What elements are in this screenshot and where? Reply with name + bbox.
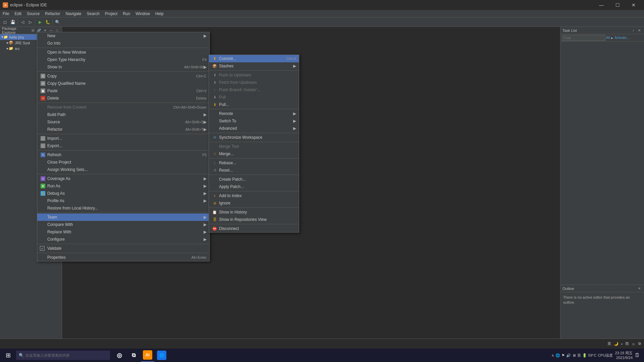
sys-tray-expand[interactable]: ∧ — [551, 353, 554, 358]
menu-run[interactable]: Run — [120, 10, 133, 17]
toolbar-new[interactable]: ◻ — [1, 18, 9, 26]
sys-tray-battery[interactable]: 🔋 — [582, 353, 587, 358]
tree-item-jre-icon: ▸📦 — [7, 41, 13, 45]
close-button[interactable]: ✕ — [626, 0, 641, 10]
toolbar-run[interactable]: ▶ — [36, 18, 44, 26]
menu-source[interactable]: Source — [24, 10, 42, 17]
team-merge[interactable]: ⑂ Merge... — [209, 150, 299, 158]
taskbar-task-view[interactable]: ⧉ — [127, 349, 140, 362]
ctx-properties[interactable]: Properties Alt+Enter — [37, 254, 209, 261]
menu-refactor[interactable]: Refactor — [42, 10, 63, 17]
ctx-copy-qualified-name-icon: ⎘ — [40, 80, 46, 86]
tree-item-hello-label: hello [my — [9, 35, 24, 39]
start-button[interactable]: ⊞ — [1, 349, 15, 362]
team-pull-dots[interactable]: ⬇ Pull... — [209, 101, 299, 108]
sys-tray-keyboard[interactable]: 英 — [577, 353, 581, 358]
menu-navigate[interactable]: Navigate — [63, 10, 84, 17]
ctx-paste-label: Paste — [47, 88, 196, 93]
status-gear-icon[interactable]: ⚙ — [638, 342, 641, 346]
sys-tray-display[interactable]: 🖥 — [572, 353, 576, 357]
collapse-all-icon[interactable]: ⊟ — [30, 28, 36, 33]
team-show-in-history[interactable]: 📋 Show in History — [209, 208, 299, 216]
ctx-replace-with[interactable]: Replace With ▶ — [37, 228, 209, 236]
clock[interactable]: 23:19 周五 2021/9/24 — [615, 351, 633, 360]
toolbar-search[interactable]: 🔍 — [54, 18, 61, 26]
ctx-delete[interactable]: ✕ Delete Delete — [37, 95, 209, 102]
minimize-button[interactable]: — — [594, 0, 609, 10]
sys-tray-icon-1[interactable]: ⚑ — [561, 353, 565, 358]
menu-search[interactable]: Search — [84, 10, 102, 17]
ctx-paste-shortcut: Ctrl+V — [196, 89, 207, 93]
toolbar-debug[interactable]: 🐛 — [44, 18, 51, 26]
ctx-copy[interactable]: ⎘ Copy Ctrl+C — [37, 72, 209, 80]
team-disconnect[interactable]: ⛔ Disconnect — [209, 225, 299, 232]
toolbar-back[interactable]: ◁ — [19, 18, 26, 26]
ctx-team[interactable]: Team ▶ — [37, 214, 209, 221]
task-separator: ▸ — [611, 36, 613, 40]
taskbar-cortana[interactable]: ◎ — [113, 349, 126, 362]
ctx-open-type-hierarchy[interactable]: Open Type Hierarchy F4 — [37, 56, 209, 63]
team-rebase[interactable]: ↕ Rebase... — [209, 159, 299, 167]
ctx-restore-from-local-history[interactable]: Restore from Local History... — [37, 204, 209, 212]
ctx-open-new-window[interactable]: Open in New Window — [37, 49, 209, 56]
ctx-build-path[interactable]: Build Path ▶ — [37, 111, 209, 118]
menu-edit[interactable]: Edit — [12, 10, 24, 17]
ctx-assign-working-sets[interactable]: Assign Working Sets... — [37, 166, 209, 173]
sys-tray-network[interactable]: 🌐 — [555, 353, 560, 358]
ctx-copy-qualified-name[interactable]: ⎘ Copy Qualified Name — [37, 80, 209, 87]
team-commit[interactable]: ⬆ Commit... Ctrl+# — [209, 55, 299, 62]
team-synchronize-workspace[interactable]: ⟳ Synchronize Workspace — [209, 134, 299, 141]
outline-close[interactable]: ✕ — [637, 286, 642, 291]
ctx-run-as[interactable]: ▶ Run As ▶ — [37, 182, 209, 190]
team-create-patch[interactable]: Create Patch... — [209, 176, 299, 183]
team-show-in-repositories-view[interactable]: 🗄 Show in Repositories View — [209, 216, 299, 223]
ctx-configure[interactable]: Configure ▶ — [37, 236, 209, 243]
task-activate-link[interactable]: Activate... — [614, 36, 629, 40]
ctx-import[interactable]: ↓ Import... — [37, 135, 209, 142]
ctx-paste[interactable]: 📋 Paste Ctrl+V — [37, 87, 209, 95]
ctx-source[interactable]: Source Alt+Shift+S ▶ — [37, 118, 209, 126]
ctx-profile-as[interactable]: Profile As ▶ — [37, 197, 209, 204]
ctx-refactor[interactable]: Refactor Alt+Shift+T ▶ — [37, 126, 209, 133]
ctx-debug-as[interactable]: 🐛 Debug As ▶ — [37, 190, 209, 197]
ctx-export[interactable]: ↑ Export... — [37, 142, 209, 149]
ctx-close-project[interactable]: Close Project — [37, 159, 209, 166]
menu-help[interactable]: Help — [153, 10, 166, 17]
taskbar-search-wrap: 🔍 — [16, 351, 110, 360]
sys-tray-volume[interactable]: 🔊 — [566, 353, 571, 358]
taskbar-eclipse-app[interactable]: Ai — [141, 349, 154, 362]
toolbar-save[interactable]: 💾 — [9, 18, 16, 26]
team-apply-patch[interactable]: Apply Patch... — [209, 183, 299, 190]
ctx-show-in[interactable]: Show In Alt+Shift+W ▶ — [37, 63, 209, 71]
ctx-delete-label: Delete — [47, 96, 196, 101]
ctx-new[interactable]: New ▶ — [37, 32, 209, 40]
task-list-icon-1[interactable]: ↕ — [631, 28, 636, 33]
task-list-close[interactable]: ✕ — [637, 28, 642, 33]
team-switch-to[interactable]: Switch To ▶ — [209, 117, 299, 125]
taskbar-search-input[interactable] — [16, 351, 110, 360]
notification-icon[interactable]: 🗓 — [635, 352, 640, 358]
menu-window[interactable]: Window — [133, 10, 153, 17]
team-remote[interactable]: Remote ▶ — [209, 110, 299, 117]
menu-file[interactable]: File — [0, 10, 12, 17]
ctx-coverage-as[interactable]: ◎ Coverage As ▶ — [37, 175, 209, 182]
task-find-input[interactable] — [562, 35, 605, 41]
ctx-go-into[interactable]: Go Into — [37, 40, 209, 47]
team-add-to-index[interactable]: + Add to Index — [209, 192, 299, 199]
menu-project[interactable]: Project — [102, 10, 120, 17]
outline-title: Outline — [562, 287, 635, 291]
taskbar-browser-app[interactable]: 🌐 — [155, 349, 168, 362]
team-reset[interactable]: ↺ Reset... — [209, 167, 299, 174]
team-ignore[interactable]: ⊘ Ignore — [209, 199, 299, 207]
ctx-refresh[interactable]: ↻ Refresh F5 — [37, 151, 209, 159]
task-view-icon: ⧉ — [129, 351, 138, 360]
task-all-link[interactable]: All — [606, 36, 610, 40]
team-stashes-label: Stashes — [219, 64, 293, 68]
ctx-run-as-icon: ▶ — [40, 183, 46, 189]
team-stashes[interactable]: 📦 Stashes ▶ — [209, 62, 299, 70]
ctx-validate[interactable]: ✓ Validate — [37, 245, 209, 252]
maximize-button[interactable]: ☐ — [610, 0, 625, 10]
team-advanced[interactable]: Advanced ▶ — [209, 125, 299, 132]
ctx-compare-with[interactable]: Compare With ▶ — [37, 221, 209, 228]
toolbar-forward[interactable]: ▷ — [26, 18, 34, 26]
